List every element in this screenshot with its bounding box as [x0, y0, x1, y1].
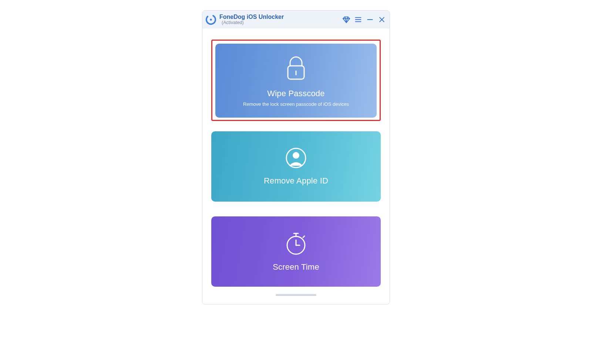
drag-handle[interactable] [276, 294, 316, 296]
remove-apple-id-title: Remove Apple ID [264, 176, 328, 186]
app-title: FoneDog iOS Unlocker [219, 14, 342, 20]
titlebar-actions [342, 16, 386, 24]
close-icon[interactable] [378, 16, 386, 24]
screen-time-title: Screen Time [273, 262, 319, 272]
wipe-passcode-card[interactable]: Wipe Passcode Remove the lock screen pas… [215, 44, 377, 118]
menu-icon[interactable] [354, 16, 362, 24]
svg-point-1 [210, 18, 212, 20]
screen-time-card[interactable]: Screen Time [211, 216, 381, 287]
svg-line-17 [303, 236, 305, 237]
lock-icon [283, 55, 309, 83]
premium-icon[interactable] [342, 16, 350, 24]
wipe-passcode-title: Wipe Passcode [267, 89, 324, 98]
titlebar: FoneDog iOS Unlocker (Activated) [202, 11, 390, 28]
app-window: FoneDog iOS Unlocker (Activated) [202, 10, 390, 304]
person-icon [285, 147, 307, 170]
wipe-passcode-subtitle: Remove the lock screen passcode of iOS d… [243, 101, 349, 107]
stopwatch-icon [285, 231, 307, 256]
svg-point-11 [293, 152, 299, 159]
remove-apple-id-card[interactable]: Remove Apple ID [211, 131, 381, 202]
highlight-annotation: Wipe Passcode Remove the lock screen pas… [211, 40, 381, 121]
app-status: (Activated) [222, 20, 342, 26]
titlebar-text: FoneDog iOS Unlocker (Activated) [219, 14, 342, 26]
app-logo-icon [205, 14, 216, 25]
minimize-icon[interactable] [366, 16, 374, 24]
main-content: Wipe Passcode Remove the lock screen pas… [202, 28, 390, 304]
